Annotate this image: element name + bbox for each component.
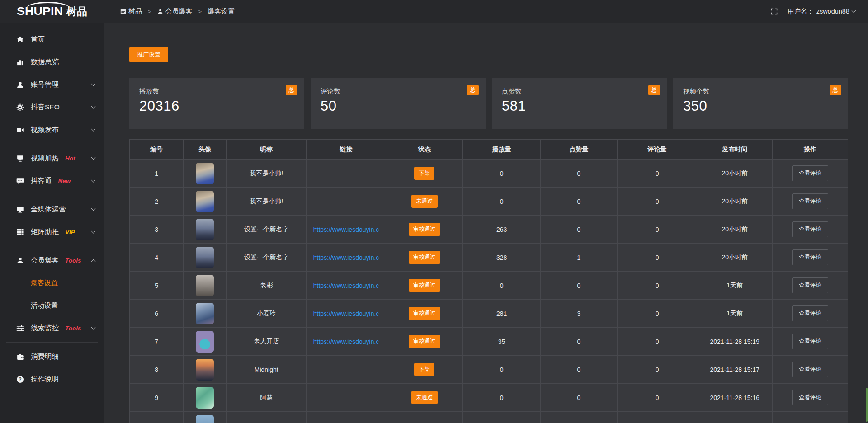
cell-avatar [184,328,226,356]
video-link[interactable]: https://www.iesdouyin.c [313,338,379,345]
avatar[interactable] [196,275,214,296]
table-header-row: 编号头像昵称链接状态播放量点赞量评论量发布时间操作 [130,140,848,160]
sidebar-item-video-publish[interactable]: 视频发布 [0,118,104,141]
video-link[interactable]: https://www.iesdouyin.c [313,310,379,317]
stat-card-value: 350 [683,98,848,114]
sidebar-item-label: 数据总览 [31,57,59,67]
cell-link [306,384,386,412]
sidebar-item-clue-monitor[interactable]: 线索监控Tools [0,317,104,339]
table-row: 4设置一个新名字https://www.iesdouyin.c审核通过32810… [130,244,848,272]
sidebar-item-operation-guide[interactable]: ?操作说明 [0,368,104,390]
view-comments-button[interactable]: 查看评论 [792,193,828,209]
video-link[interactable]: https://www.iesdouyin.c [313,282,379,289]
sidebar-item-label: 操作说明 [31,375,59,384]
sidebar-item-home[interactable]: 首页 [0,28,104,51]
videos-table: 编号头像昵称链接状态播放量点赞量评论量发布时间操作 1我不是小帅!下架00020… [129,139,848,423]
avatar[interactable] [196,359,214,381]
breadcrumb-label: 爆客设置 [208,7,235,16]
view-comments-button[interactable]: 查看评论 [792,334,828,349]
stat-card-label: 视频个数 [683,87,848,96]
sidebar-item-matrix-boost[interactable]: 矩阵助推VIP [0,221,104,243]
user-menu[interactable]: 用户名： zswodun88 [788,7,855,16]
cell-actions: 查看评论 [773,272,848,300]
sidebar-subitem-activity-settings[interactable]: 活动设置 [0,294,104,317]
chevron-down-icon [91,207,96,211]
cell-nickname: 小爱玲 [226,300,306,328]
table-row: 1我不是小帅!下架00020小时前查看评论 [130,160,848,188]
sidebar-item-member-baoke[interactable]: 会员爆客Tools [0,249,104,272]
cell-avatar [184,216,226,244]
fullscreen-icon[interactable] [771,8,778,15]
cell-likes: 0 [540,216,617,244]
username-label: 用户名： [788,7,814,16]
avatar[interactable] [196,191,214,212]
sidebar-item-account-manage[interactable]: 账号管理 [0,73,104,96]
cell-comments: 0 [617,356,697,384]
avatar[interactable] [196,303,214,324]
avatar[interactable] [196,219,214,240]
heat-icon [16,155,24,162]
view-comments-button[interactable]: 查看评论 [792,306,828,321]
status-badge: 审核通过 [409,279,440,292]
stat-card-value: 581 [502,98,667,114]
cell-actions: 查看评论 [773,356,848,384]
sidebar-item-douyin-seo[interactable]: 抖音SEO [0,96,104,118]
cell-plays [463,412,541,423]
cell-comments: 0 [617,328,697,356]
sidebar-divider [6,246,98,246]
scrollbar-thumb[interactable] [866,388,868,422]
view-comments-button[interactable]: 查看评论 [792,249,828,265]
cell-comments: 0 [617,272,697,300]
view-comments-button[interactable]: 查看评论 [792,362,828,377]
cell-likes: 0 [540,272,617,300]
app-logo[interactable]: SHUPIN 树品 [0,0,104,23]
cell-nickname: 阿慧 [226,384,306,412]
avatar[interactable] [196,415,214,423]
view-comments-button[interactable]: 查看评论 [792,390,828,405]
breadcrumb-item[interactable]: 会员爆客 [157,7,193,16]
view-comments-button[interactable]: 查看评论 [792,221,828,237]
username-value: zswodun88 [816,8,849,15]
chevron-down-icon [852,9,856,13]
avatar[interactable] [196,247,214,268]
breadcrumb-item[interactable]: 爆客设置 [208,7,235,16]
comment-icon [16,177,24,185]
sidebar: 首页数据总览账号管理抖音SEO视频发布视频加热Hot抖客通New全媒体运营矩阵助… [0,23,104,423]
sidebar-item-label: 线索监控 [31,324,59,333]
stat-card: 评论数50总 [311,78,486,129]
cell-likes [540,412,617,423]
sidebar-item-video-heat[interactable]: 视频加热Hot [0,147,104,169]
chevron-down-icon [91,178,96,183]
cell-nickname: 设置一个新名字 [226,244,306,272]
video-link[interactable]: https://www.iesdouyin.c [313,254,379,261]
cell-avatar [184,300,226,328]
stat-card-total-badge: 总 [467,85,479,95]
avatar[interactable] [196,331,214,352]
view-comments-button[interactable]: 查看评论 [792,277,828,293]
sidebar-item-douketong[interactable]: 抖客通New [0,169,104,192]
sidebar-item-media-operation[interactable]: 全媒体运营 [0,198,104,221]
sidebar-item-label: 全媒体运营 [31,205,66,214]
cell-status: 未通过 [386,188,463,216]
cell-status: 下架 [386,160,463,188]
view-comments-button[interactable]: 查看评论 [792,165,828,181]
sidebar-item-consumption-detail[interactable]: 消费明细 [0,345,104,368]
wallet-icon [16,353,24,361]
gear-icon [16,103,24,111]
avatar[interactable] [196,387,214,409]
cell-link: https://www.iesdouyin.c [306,216,386,244]
avatar[interactable] [196,163,214,184]
breadcrumb-item[interactable]: 树品 [120,7,142,16]
cell-link [306,412,386,423]
stat-card-value: 50 [321,98,486,114]
chart-icon [16,58,24,66]
sidebar-item-data-overview[interactable]: 数据总览 [0,51,104,73]
table-row: 2我不是小帅!未通过00020小时前查看评论 [130,188,848,216]
cell-status: 下架 [386,356,463,384]
promo-settings-button[interactable]: 推广设置 [129,47,168,62]
video-link[interactable]: https://www.iesdouyin.c [313,226,379,233]
breadcrumb-label: 树品 [128,7,142,16]
sidebar-subitem-baoke-settings[interactable]: 爆客设置 [0,272,104,294]
cell-link: https://www.iesdouyin.c [306,272,386,300]
cell-number: 6 [130,300,184,328]
